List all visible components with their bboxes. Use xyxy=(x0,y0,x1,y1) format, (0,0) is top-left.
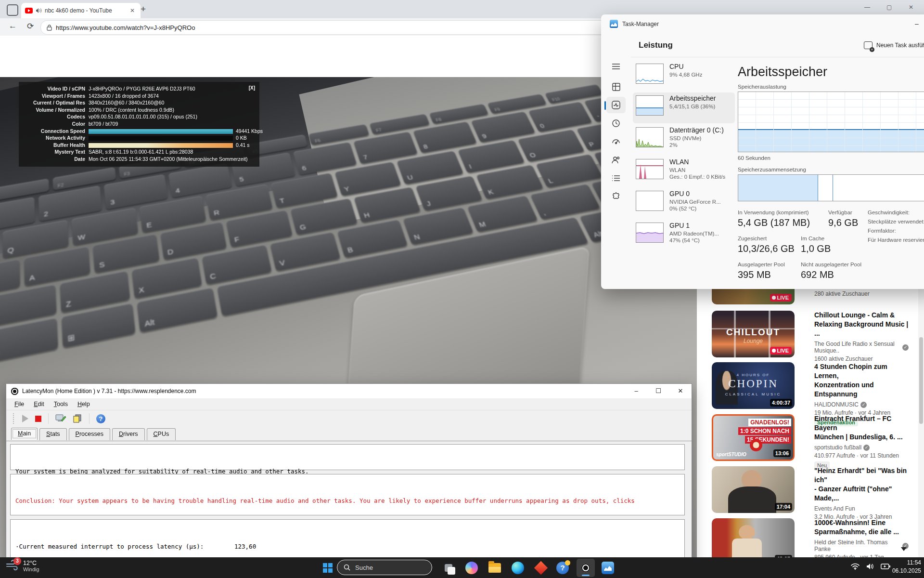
video-title[interactable]: Eintracht Frankfurt – FC BayernMünchen |… xyxy=(814,414,909,442)
stat-label: Network Activity xyxy=(23,134,85,142)
tab-cpus[interactable]: CPUs xyxy=(147,428,176,440)
latencymon-titlebar[interactable]: LatencyMon (Home Edition ) v 7.31 - http… xyxy=(6,384,692,398)
video-channel[interactable]: Held der Steine Inh. Thomas Panke xyxy=(814,539,909,552)
menu-help[interactable]: Help xyxy=(73,399,94,409)
tab-main[interactable]: Main xyxy=(11,428,38,440)
video-meta: 280 aktive Zuschauer xyxy=(814,290,909,297)
settings-gear-icon[interactable] xyxy=(608,288,624,289)
nav-processes-icon[interactable] xyxy=(608,79,624,94)
video-channel[interactable]: HALIDONMUSIC xyxy=(814,401,909,408)
help-app-icon[interactable] xyxy=(554,560,571,576)
taskbar-search-input[interactable]: Suche xyxy=(337,560,432,575)
weather-temp: 12°C xyxy=(23,560,39,566)
scrollbar-thumb[interactable] xyxy=(919,337,923,424)
window-title: LatencyMon (Home Edition ) v 7.31 - http… xyxy=(22,388,196,394)
wifi-icon[interactable] xyxy=(851,563,860,570)
sidebar-item-cpu[interactable]: CPU 9% 4,68 GHz xyxy=(636,63,732,92)
video-title[interactable]: Chillout Lounge - Calm &Relaxing Backgro… xyxy=(814,311,909,338)
volume-icon[interactable] xyxy=(866,563,874,570)
weather-widget[interactable]: 3 12°C Windig xyxy=(6,559,39,573)
tab-processes[interactable]: Processes xyxy=(69,428,110,440)
sidebar-item-gpu0[interactable]: GPU 0 NVIDIA GeForce R... 0% (52 °C) xyxy=(636,190,732,220)
run-new-task-button[interactable]: Neuen Task ausführen xyxy=(864,41,924,49)
back-icon[interactable]: ← xyxy=(9,21,17,31)
tab-stats[interactable]: Stats xyxy=(39,428,67,440)
tab-actions-icon[interactable] xyxy=(7,4,18,16)
video-channel[interactable]: Events And Fun xyxy=(814,505,909,512)
video-title[interactable]: 4 Stunden Chopin zum Lernen,Konzentratio… xyxy=(814,362,909,399)
clock-date: 06.10.2025 xyxy=(891,567,921,575)
sidebar-item-memory[interactable]: Arbeitsspeicher 5,4/15,1 GB (36%) xyxy=(636,94,732,124)
menu-tools[interactable]: Tools xyxy=(50,399,72,409)
window-maximize-button[interactable]: ▢ xyxy=(886,4,892,11)
duration-badge: 17:04 xyxy=(775,503,792,511)
sidebar-item-disk[interactable]: Datenträger 0 (C:) SSD (NVMe) 2% xyxy=(636,126,732,156)
task-manager-taskbar-icon[interactable] xyxy=(600,560,616,576)
nav-users-icon[interactable] xyxy=(608,152,624,168)
video-thumbnail[interactable]: 4 HOURS OF CHOPIN CLASSICAL MUSIC 4:00:3… xyxy=(712,362,795,409)
analyzer-icon[interactable] xyxy=(55,414,66,423)
stat-label: Volume / Normalized xyxy=(23,106,85,114)
help-icon[interactable] xyxy=(96,414,105,423)
stat-label: Current / Optimal Res xyxy=(23,99,85,106)
new-tab-button[interactable]: + xyxy=(141,4,146,14)
tab-close-icon[interactable]: ✕ xyxy=(128,7,137,14)
nav-services-icon[interactable] xyxy=(608,189,624,204)
current-latency-value: 123,60 xyxy=(234,542,256,552)
overlay-close-button[interactable]: [X] xyxy=(249,85,255,92)
menu-file[interactable]: File xyxy=(10,399,28,409)
minimize-button[interactable]: – xyxy=(625,384,647,398)
browser-tab[interactable]: nbc 4k60 demo - YouTube ✕ xyxy=(21,3,141,18)
toolbar xyxy=(6,410,692,427)
stop-monitor-icon[interactable] xyxy=(35,416,41,422)
video-title[interactable]: 1000€-Wahnsinn! EineSparmaßnahme, die al… xyxy=(814,518,909,537)
menu-edit[interactable]: Edit xyxy=(29,399,49,409)
battery-icon[interactable] xyxy=(881,564,890,569)
window-close-button[interactable]: ✕ xyxy=(909,4,913,11)
nav-performance-icon[interactable] xyxy=(608,97,624,113)
conclusion-panel: Conclusion: Your system appears to be ha… xyxy=(10,474,685,515)
committed-value: 10,3/26,6 GB xyxy=(738,243,795,254)
task-manager-titlebar[interactable]: Task-Manager – xyxy=(601,14,924,34)
live-icon xyxy=(772,296,776,300)
video-thumbnail[interactable]: 17:04 xyxy=(712,466,795,513)
connection-speed-bar: 49441 Kbps xyxy=(89,128,263,135)
copilot-icon[interactable] xyxy=(463,560,480,576)
file-explorer-icon[interactable] xyxy=(487,560,503,576)
nav-details-icon[interactable] xyxy=(608,171,624,186)
maximize-button[interactable]: ☐ xyxy=(647,384,669,398)
minimize-button[interactable]: – xyxy=(906,17,924,31)
video-channel[interactable]: sportstudio fußball xyxy=(814,444,909,451)
start-monitor-icon[interactable] xyxy=(22,415,28,422)
latencymon-taskbar-icon[interactable] xyxy=(577,559,595,577)
copy-report-icon[interactable] xyxy=(73,414,82,423)
live-badge: LIVE xyxy=(770,347,792,355)
video-thumbnail[interactable]: CHILLOUT Lounge LIVE xyxy=(712,311,795,357)
nav-startup-icon[interactable] xyxy=(608,134,624,149)
sidebar-item-wlan[interactable]: WLAN WLAN Ges.: 0 Empf.: 0 KBit/s xyxy=(636,158,732,188)
video-meta: 410.977 Aufrufe · vor 11 Stunden xyxy=(814,452,909,459)
video-channel[interactable]: The Good Life Radio x Sensual Musique.. xyxy=(814,341,909,354)
stat-label: Codecs xyxy=(23,113,85,120)
window-minimize-button[interactable]: — xyxy=(864,4,870,11)
system-tray[interactable] xyxy=(851,563,890,570)
close-button[interactable]: ✕ xyxy=(669,384,692,398)
live-badge: LIVE xyxy=(770,294,792,302)
task-view-icon[interactable] xyxy=(440,560,457,576)
scroll-down-icon[interactable] xyxy=(901,547,907,551)
nav-menu-icon[interactable] xyxy=(608,59,624,74)
buffer-health-bar: 0.41 s xyxy=(89,142,250,149)
video-thumbnail[interactable]: GNADENLOS! 1:0 SCHON NACH 15 SEKUNDEN! s… xyxy=(712,414,795,461)
start-button[interactable] xyxy=(320,560,336,576)
edge-browser-icon[interactable] xyxy=(510,560,526,576)
alert-dot xyxy=(565,560,570,565)
tab-audio-icon[interactable] xyxy=(36,8,42,13)
taskbar-clock[interactable]: 11:54 06.10.2025 xyxy=(891,559,921,575)
tab-drivers[interactable]: Drivers xyxy=(112,428,145,440)
url-text: https://www.youtube.com/watch?v=J-x8HPyQ… xyxy=(56,24,195,31)
amd-software-icon[interactable] xyxy=(533,560,549,576)
video-title[interactable]: "Heinz Erhardt" bei "Was bin ich"- Ganze… xyxy=(814,466,909,503)
sidebar-item-gpu1[interactable]: GPU 1 AMD Radeon(TM)... 47% (54 °C) xyxy=(636,222,732,251)
nav-app-history-icon[interactable] xyxy=(608,116,624,131)
reload-icon[interactable]: ⟳ xyxy=(27,21,34,31)
